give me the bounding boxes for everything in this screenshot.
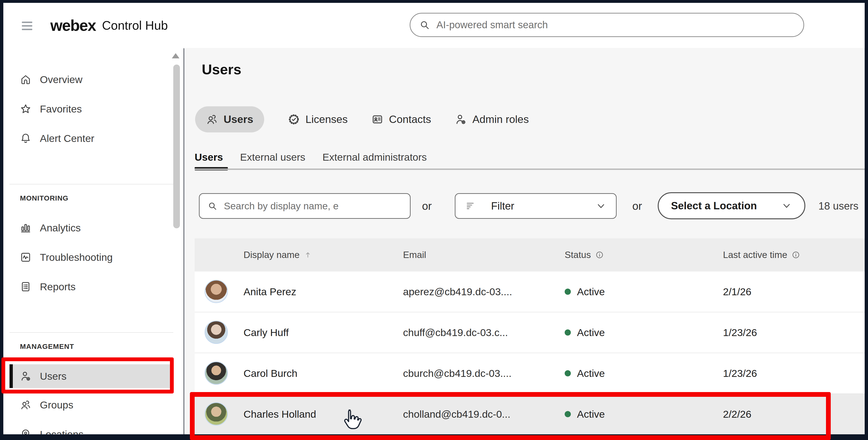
sidebar-scrollbar[interactable] [173, 65, 180, 228]
user-status: Active [565, 394, 605, 434]
sidebar-item-locations[interactable]: Locations [3, 422, 172, 434]
table-header-row: Display name Email Status Last active ti… [195, 238, 865, 272]
home-icon [20, 74, 31, 85]
people-icon [206, 114, 218, 125]
info-icon[interactable] [595, 251, 604, 259]
tab-label: Licenses [306, 113, 348, 126]
admin-user-gear-icon [455, 114, 467, 125]
user-status: Active [565, 272, 605, 312]
user-gear-icon [20, 371, 31, 382]
search-icon [420, 20, 430, 30]
status-label: Active [577, 368, 605, 379]
user-last-active: 2/2/26 [723, 394, 751, 434]
sidebar-item-label: Alert Center [40, 133, 94, 144]
filter-dropdown[interactable]: Filter [455, 193, 617, 219]
avatar [205, 402, 228, 426]
table-row-carly-huff[interactable]: Carly Huff chuff@cb419.dc-03.c... Active… [195, 312, 865, 353]
user-last-active: 1/23/26 [723, 353, 757, 394]
tab-contacts[interactable]: Contacts [371, 106, 431, 132]
sidebar-item-label: Reports [40, 281, 76, 293]
filter-icon [465, 201, 475, 211]
star-icon [20, 103, 31, 115]
sort-ascending-icon [304, 251, 312, 259]
table-row-charles-holland[interactable]: Charles Holland cholland@cb419.dc-0... A… [195, 394, 865, 434]
or-label: or [632, 193, 642, 219]
location-dropdown[interactable]: Select a Location [658, 192, 805, 219]
user-email: chuff@cb419.dc-03.c... [403, 312, 508, 353]
sidebar-item-label: Locations [40, 429, 84, 435]
hamburger-menu-icon[interactable] [22, 21, 33, 31]
tab-label: Admin roles [472, 113, 529, 126]
status-dot-icon [565, 329, 571, 336]
location-label: Select a Location [671, 200, 757, 212]
sidebar-item-favorites[interactable]: Favorites [3, 97, 172, 121]
search-icon [208, 201, 217, 211]
tab-label: Users [224, 113, 253, 126]
bar-chart-icon [20, 222, 31, 233]
tab-users[interactable]: Users [195, 106, 264, 132]
chevron-down-icon [781, 200, 792, 211]
brand-product: Control Hub [102, 18, 168, 33]
pulse-square-icon [20, 252, 31, 263]
sidebar-item-overview[interactable]: Overview [3, 68, 172, 91]
sidebar-item-alert-center[interactable]: Alert Center [3, 126, 172, 150]
status-dot-icon [565, 370, 571, 376]
status-dot-icon [565, 411, 571, 417]
sidebar-item-analytics[interactable]: Analytics [3, 216, 172, 240]
subtab-external-users[interactable]: External users [240, 151, 306, 163]
subtab-external-administrators[interactable]: External administrators [322, 151, 427, 163]
user-subtabs: Users External users External administra… [195, 151, 427, 163]
scrollbar-up-icon[interactable] [172, 53, 180, 58]
column-status[interactable]: Status [565, 238, 604, 272]
user-search[interactable] [199, 193, 411, 219]
user-count: 18 users [818, 193, 859, 219]
avatar [205, 321, 228, 344]
user-email: cburch@cb419.dc-03.... [403, 353, 512, 394]
user-name: Anita Perez [244, 272, 296, 312]
sidebar-item-label: Groups [40, 399, 73, 411]
page-title: Users [202, 61, 241, 77]
sidebar-item-label: Troubleshooting [40, 252, 113, 263]
user-name: Carly Huff [244, 312, 289, 353]
tab-licenses[interactable]: Licenses [288, 106, 348, 132]
global-search-input[interactable] [436, 19, 795, 31]
sidebar-item-reports[interactable]: Reports [3, 275, 172, 298]
subtab-users[interactable]: Users [195, 151, 223, 163]
user-search-input[interactable] [223, 200, 402, 212]
sidebar-divider [9, 184, 173, 184]
table-row-anita-perez[interactable]: Anita Perez aperez@cb419.dc-03.... Activ… [195, 272, 865, 312]
column-display-name[interactable]: Display name [244, 238, 312, 272]
tab-admin-roles[interactable]: Admin roles [455, 106, 529, 132]
sidebar-item-users[interactable]: Users [3, 364, 172, 388]
filter-label: Filter [491, 200, 514, 212]
info-icon[interactable] [792, 251, 800, 259]
column-email[interactable]: Email [403, 238, 426, 272]
sidebar-item-label: Favorites [40, 103, 82, 115]
sidebar-item-groups[interactable]: Groups [3, 393, 172, 417]
avatar [205, 362, 228, 385]
status-label: Active [577, 408, 605, 420]
top-bar: webex Control Hub [3, 3, 865, 49]
main-content: Users Users Licenses [184, 48, 865, 434]
user-email: aperez@cb419.dc-03.... [403, 272, 512, 312]
bell-icon [20, 133, 31, 144]
users-table: Display name Email Status Last active ti… [195, 238, 865, 434]
column-last-active-time[interactable]: Last active time [723, 238, 800, 272]
sidebar-item-troubleshooting[interactable]: Troubleshooting [3, 245, 172, 269]
tab-label: Contacts [389, 113, 431, 126]
global-search[interactable] [410, 13, 804, 37]
table-row-carol-burch[interactable]: Carol Burch cburch@cb419.dc-03.... Activ… [195, 353, 865, 394]
location-pin-icon [20, 429, 31, 434]
user-name: Carol Burch [244, 353, 298, 394]
or-label: or [422, 193, 432, 219]
sidebar-section-monitoring: MONITORING [20, 194, 68, 202]
user-last-active: 1/23/26 [723, 312, 757, 353]
user-email: cholland@cb419.dc-0... [403, 394, 510, 434]
sidebar-divider [9, 332, 173, 333]
status-label: Active [577, 286, 605, 297]
user-status: Active [565, 353, 605, 394]
report-doc-icon [20, 281, 31, 292]
sidebar-section-management: MANAGEMENT [20, 342, 74, 350]
avatar [205, 280, 228, 303]
brand-webex: webex [50, 17, 96, 34]
